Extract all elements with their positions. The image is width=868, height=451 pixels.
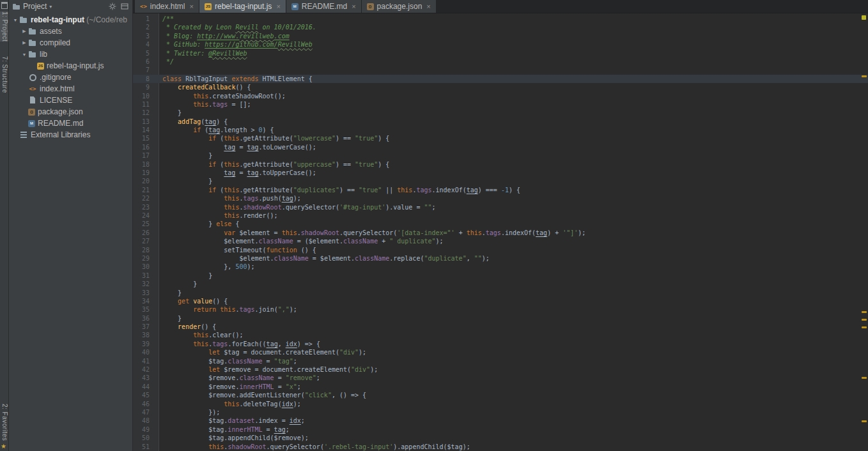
line-number[interactable]: 7 — [133, 66, 159, 74]
line-number[interactable]: 20 — [133, 177, 159, 185]
inspections-indicator-icon[interactable] — [862, 15, 866, 20]
line-number[interactable]: 48 — [133, 417, 159, 425]
line-number[interactable]: 12 — [133, 109, 159, 117]
code-line[interactable]: 13 addTag(tag) { — [133, 118, 868, 126]
line-number[interactable]: 51 — [133, 443, 159, 451]
line-number[interactable]: 43 — [133, 374, 159, 382]
tree-item-README.md[interactable]: MREADME.md — [9, 118, 132, 129]
line-number[interactable]: 17 — [133, 151, 159, 160]
code-line[interactable]: 42 let $remove = document.createElement(… — [133, 365, 868, 374]
tool-button-project[interactable]: 1: Project — [0, 11, 8, 42]
line-number[interactable]: 32 — [133, 280, 159, 288]
line-number[interactable]: 6 — [133, 57, 159, 66]
warning-stripe-mark[interactable] — [862, 420, 867, 422]
warning-stripe-mark[interactable] — [862, 319, 867, 321]
tree-caret-icon[interactable]: ▶ — [20, 40, 28, 45]
close-tab-icon[interactable]: × — [276, 3, 280, 10]
line-number[interactable]: 1 — [133, 15, 159, 23]
code-line[interactable]: 11 this.tags = []; — [133, 100, 868, 109]
tree-item-.gitignore[interactable]: .gitignore — [9, 72, 132, 83]
code-line[interactable]: 27 $element.className = ($element.classN… — [133, 237, 868, 245]
tree-caret-icon[interactable]: ▼ — [20, 52, 28, 57]
code-line[interactable]: 34 get value() { — [133, 297, 868, 305]
line-number[interactable]: 35 — [133, 305, 159, 314]
line-number[interactable]: 22 — [133, 194, 159, 203]
line-number[interactable]: 31 — [133, 271, 159, 280]
tree-item-lib[interactable]: ▼lib — [9, 49, 132, 60]
line-number[interactable]: 42 — [133, 365, 159, 374]
tree-item-compiled[interactable]: ▶compiled — [9, 37, 132, 49]
line-number[interactable]: 34 — [133, 297, 159, 305]
close-tab-icon[interactable]: × — [352, 3, 355, 10]
close-tab-icon[interactable]: × — [426, 3, 430, 10]
code-line[interactable]: 15 if (this.getAttribute("lowercase") ==… — [133, 134, 868, 142]
tree-item-rebel-tag-input[interactable]: ▼rebel-tag-input (~/Code/reb — [9, 14, 132, 26]
warning-stripe-mark[interactable] — [862, 75, 867, 77]
code-line[interactable]: 37 render() { — [133, 323, 868, 331]
tree-item-rebel-tag-input.js[interactable]: JSrebel-tag-input.js — [9, 60, 132, 72]
code-line[interactable]: 25 } else { — [133, 220, 868, 228]
line-number[interactable]: 10 — [133, 92, 159, 100]
code-line[interactable]: 19 tag = tag.toUpperCase(); — [133, 169, 868, 177]
line-number[interactable]: 26 — [133, 229, 159, 237]
code-line[interactable]: 48 $tag.dataset.index = idx; — [133, 417, 868, 425]
code-line[interactable]: 31 } — [133, 271, 868, 280]
line-number[interactable]: 13 — [133, 118, 159, 126]
line-number[interactable]: 15 — [133, 134, 159, 142]
code-line[interactable]: 5 * Twitter: @RevillWeb — [133, 49, 868, 57]
close-tab-icon[interactable]: × — [190, 3, 194, 10]
line-number[interactable]: 2 — [133, 23, 159, 31]
editor-body[interactable]: 1/**2 * Created by Leon Revill on 10/01/… — [133, 13, 868, 451]
line-number[interactable]: 41 — [133, 357, 159, 365]
code-line[interactable]: 10 this.createShadowRoot(); — [133, 92, 868, 100]
code-line[interactable]: 18 if (this.getAttribute("uppercase") ==… — [133, 160, 868, 169]
project-panel-title[interactable]: Project — [23, 2, 47, 11]
code-line[interactable]: 47 }); — [133, 408, 868, 417]
code-line[interactable]: 33 } — [133, 289, 868, 297]
code-line[interactable]: 7 — [133, 66, 868, 74]
code-line[interactable]: 41 $tag.className = "tag"; — [133, 357, 868, 365]
tree-item-External Libraries[interactable]: External Libraries — [9, 129, 132, 141]
line-number[interactable]: 30 — [133, 263, 159, 271]
code-line[interactable]: 6 */ — [133, 57, 868, 66]
line-number[interactable]: 18 — [133, 160, 159, 169]
line-number[interactable]: 44 — [133, 383, 159, 391]
line-number[interactable]: 45 — [133, 391, 159, 399]
line-number[interactable]: 14 — [133, 126, 159, 134]
line-number[interactable]: 24 — [133, 211, 159, 220]
line-number[interactable]: 49 — [133, 425, 159, 434]
tab-README.md[interactable]: MREADME.md× — [286, 0, 362, 13]
line-number[interactable]: 16 — [133, 143, 159, 151]
line-number[interactable]: 50 — [133, 434, 159, 442]
code-line[interactable]: 49 $tag.innerHTML = tag; — [133, 425, 868, 434]
line-number[interactable]: 38 — [133, 331, 159, 339]
line-number[interactable]: 46 — [133, 400, 159, 408]
line-number[interactable]: 21 — [133, 186, 159, 194]
line-number[interactable]: 40 — [133, 348, 159, 356]
code-line[interactable]: 12 } — [133, 109, 868, 117]
hide-panel-icon[interactable] — [121, 3, 128, 10]
code-line[interactable]: 26 var $element = this.shadowRoot.queryS… — [133, 229, 868, 237]
code-line[interactable]: 16 tag = tag.toLowerCase(); — [133, 143, 868, 151]
tree-item-LICENSE[interactable]: LICENSE — [9, 95, 132, 106]
tree-caret-icon[interactable]: ▼ — [12, 18, 19, 22]
code-line[interactable]: 1/** — [133, 15, 868, 23]
code-line[interactable]: 3 * Blog: http://www.revillweb.com — [133, 32, 868, 40]
favorites-star-icon[interactable]: ★ — [1, 443, 6, 450]
warning-stripe-mark[interactable] — [862, 377, 867, 379]
tool-button-structure[interactable]: 7: Structure — [0, 56, 8, 93]
code-line[interactable]: 50 $tag.appendChild($remove); — [133, 434, 868, 442]
code-line[interactable]: 39 this.tags.forEach((tag, idx) => { — [133, 340, 868, 348]
code-line[interactable]: 17 } — [133, 151, 868, 160]
code-line[interactable]: 14 if (tag.length > 0) { — [133, 126, 868, 134]
tree-caret-icon[interactable]: ▶ — [20, 29, 28, 34]
line-number[interactable]: 5 — [133, 49, 159, 57]
line-number[interactable]: 3 — [133, 32, 159, 40]
code-line[interactable]: 32 } — [133, 280, 868, 288]
code-line[interactable]: 9 createdCallback() { — [133, 83, 868, 91]
code-line[interactable]: 29 $element.className = $element.classNa… — [133, 254, 868, 263]
code-line[interactable]: 40 let $tag = document.createElement("di… — [133, 348, 868, 356]
line-number[interactable]: 8 — [133, 75, 159, 83]
code-line[interactable]: 46 this.deleteTag(idx); — [133, 400, 868, 408]
tree-item-index.html[interactable]: <>index.html — [9, 83, 132, 95]
